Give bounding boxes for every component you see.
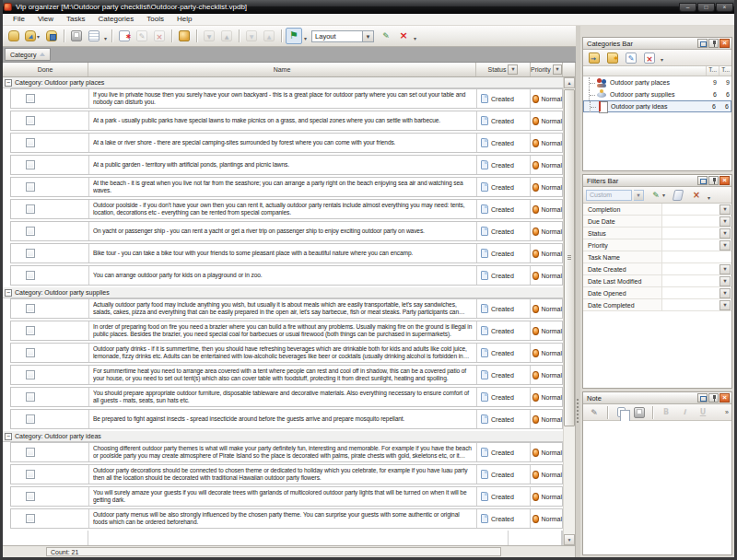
task-row[interactable]: At a public garden - territory with arti… [10, 155, 563, 175]
column-header-done[interactable]: Done [3, 63, 88, 76]
customize-layout-button[interactable] [378, 28, 394, 44]
done-checkbox[interactable] [26, 348, 35, 357]
task-row[interactable]: Be prepared to fight against insects - s… [10, 409, 563, 429]
panel-restore-icon[interactable] [697, 176, 708, 185]
erase-filter-button[interactable] [670, 187, 686, 204]
menu-view[interactable]: View [31, 14, 60, 25]
filter-value-priority[interactable] [662, 239, 719, 251]
panel-close-icon[interactable] [719, 176, 730, 185]
close-button[interactable]: × [716, 3, 733, 12]
task-row[interactable]: You will surely amaze your guests if you… [10, 486, 563, 507]
complete-task-button[interactable] [176, 28, 193, 44]
category-group-row[interactable]: −Category: Outdoor party ideas [3, 431, 563, 442]
panel-restore-icon[interactable] [697, 39, 708, 48]
toolbar-overflow-chevron-icon[interactable]: » [725, 409, 729, 416]
copy-note-button[interactable] [613, 404, 629, 421]
category-item[interactable]: Outdoor party supplies66 [583, 88, 731, 100]
filter-value-date-created[interactable] [662, 263, 719, 274]
toolbar-overflow-icon[interactable]: ▾ [413, 35, 417, 44]
done-checkbox[interactable] [26, 514, 35, 523]
filter-preset-combobox[interactable]: Custom [586, 190, 632, 201]
filter-value-task-name[interactable] [662, 251, 731, 262]
column-header-status[interactable]: Status ▼ [476, 63, 531, 76]
filter-dropdown-icon[interactable]: ▼ [719, 204, 731, 215]
filter-value-date-opened[interactable] [662, 287, 719, 298]
vertical-scrollbar[interactable]: ▲ ▼ [563, 77, 575, 545]
done-checkbox[interactable] [26, 249, 35, 258]
filter-preset-dropdown-icon[interactable]: ▼ [634, 190, 644, 201]
task-row[interactable]: Outdoor party drinks - if it is summerti… [10, 343, 563, 363]
category-item[interactable]: Outdoor party places99 [583, 76, 731, 88]
done-checkbox[interactable] [26, 414, 35, 424]
menu-file[interactable]: File [6, 14, 31, 25]
task-row[interactable]: Outdoor poolside - if you don't have you… [10, 199, 563, 219]
layout-combobox-value[interactable]: Layout [311, 30, 363, 42]
dropdown-arrow-icon[interactable]: ▾ [661, 192, 666, 198]
collapse-icon[interactable]: − [5, 433, 12, 440]
save-database-button[interactable] [43, 28, 60, 44]
group-by-category-button[interactable]: Category [5, 48, 51, 61]
scrollbar-thumb[interactable] [564, 89, 575, 426]
print-note-button[interactable] [631, 404, 648, 421]
panel-pin-icon[interactable] [708, 393, 719, 402]
add-subcategory-button[interactable] [604, 50, 621, 66]
done-checkbox[interactable] [26, 492, 35, 501]
vertical-splitter[interactable] [576, 26, 580, 557]
task-row[interactable]: If you live in private house then you su… [10, 88, 563, 109]
category-group-row[interactable]: −Category: Outdoor party supplies [3, 287, 563, 298]
scroll-up-icon[interactable]: ▲ [564, 77, 575, 88]
toolbar-overflow-icon[interactable]: ▾ [707, 194, 711, 204]
filter-dropdown-icon[interactable]: ▼ [719, 240, 731, 251]
filter-value-status[interactable] [662, 228, 719, 239]
filter-dropdown-icon[interactable]: ▼ [719, 288, 731, 298]
column-header-priority[interactable]: Priority ▼ [531, 63, 563, 76]
done-checkbox[interactable] [26, 138, 35, 147]
layout-combobox[interactable]: Layout ▼ [311, 30, 374, 42]
notes-flag-button[interactable] [286, 28, 302, 44]
minimize-button[interactable]: – [679, 3, 696, 12]
new-database-button[interactable] [6, 28, 22, 44]
filter-value-due-date[interactable] [662, 216, 719, 227]
panel-pin-icon[interactable] [708, 39, 719, 48]
toolbar-overflow-icon[interactable]: ▾ [660, 56, 664, 65]
task-row[interactable]: In order of preparing food on fire you n… [10, 321, 563, 341]
delete-filter-button[interactable] [688, 187, 705, 204]
edit-filter-button[interactable]: ▾ [649, 187, 668, 204]
layout-combobox-dropdown-icon[interactable]: ▼ [363, 30, 374, 42]
task-row[interactable]: For summertime heat you need to arrange … [10, 365, 563, 385]
panel-pin-icon[interactable] [708, 176, 719, 185]
task-row[interactable]: Outdoor party decorations should be conn… [10, 464, 563, 484]
done-checkbox[interactable] [26, 326, 35, 335]
priority-filter-dropdown-icon[interactable]: ▼ [553, 64, 562, 75]
menu-categories[interactable]: Categories [92, 14, 141, 25]
task-row[interactable]: Choosing different outdoor party themes … [10, 442, 563, 462]
filter-value-date-completed[interactable] [662, 299, 719, 310]
collapse-icon[interactable]: − [5, 289, 12, 297]
task-row[interactable]: Outdoor party menus will be also strongl… [10, 508, 563, 529]
panel-close-icon[interactable] [719, 393, 730, 402]
filter-dropdown-icon[interactable]: ▼ [719, 276, 731, 286]
task-row[interactable]: Actually outdoor party food may include … [10, 298, 563, 319]
add-category-button[interactable] [586, 50, 602, 66]
done-checkbox[interactable] [26, 116, 35, 125]
open-database-button[interactable]: ▾ [23, 28, 42, 44]
collapse-icon[interactable]: − [5, 79, 12, 87]
done-checkbox[interactable] [26, 304, 35, 313]
toolbar-overflow-icon[interactable]: ▾ [103, 35, 108, 44]
task-row[interactable]: On yacht or passenger ship - you can ren… [10, 221, 563, 241]
print-preview-button[interactable] [86, 28, 102, 44]
edit-category-button[interactable] [623, 50, 639, 66]
print-button[interactable] [68, 28, 85, 44]
done-checkbox[interactable] [26, 182, 35, 192]
filter-value-date-last-modified[interactable] [662, 275, 719, 286]
new-task-button[interactable] [116, 28, 133, 44]
filter-dropdown-icon[interactable]: ▼ [719, 300, 731, 310]
status-filter-dropdown-icon[interactable]: ▼ [508, 64, 518, 75]
task-row[interactable]: You should prepare appropriate outdoor f… [10, 387, 563, 407]
category-group-row[interactable]: −Category: Outdoor party places [3, 77, 563, 88]
menu-tasks[interactable]: Tasks [60, 14, 91, 25]
menu-help[interactable]: Help [170, 14, 198, 25]
task-row[interactable]: At the beach - it is great when you live… [10, 177, 563, 197]
done-checkbox[interactable] [26, 392, 35, 402]
task-row[interactable]: At a park - usually public parks have sp… [10, 111, 563, 131]
